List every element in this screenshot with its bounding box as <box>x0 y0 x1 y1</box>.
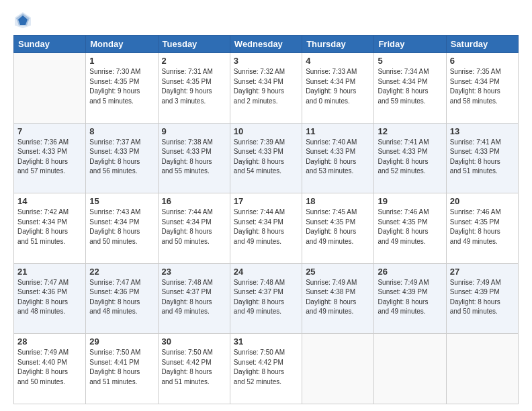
cell-date: 8 <box>89 126 154 136</box>
calendar-cell: 8Sunrise: 7:37 AMSunset: 4:33 PMDaylight… <box>86 123 158 193</box>
calendar-cell: 15Sunrise: 7:43 AMSunset: 4:34 PMDayligh… <box>86 193 158 264</box>
cell-info: Sunrise: 7:47 AMSunset: 4:36 PMDaylight:… <box>17 278 82 317</box>
calendar-cell: 14Sunrise: 7:42 AMSunset: 4:34 PMDayligh… <box>14 193 86 264</box>
calendar-week-row: 1Sunrise: 7:30 AMSunset: 4:35 PMDaylight… <box>14 53 519 124</box>
cell-date: 12 <box>378 126 442 136</box>
weekday-header: Friday <box>374 36 446 53</box>
calendar-cell: 17Sunrise: 7:44 AMSunset: 4:34 PMDayligh… <box>230 193 302 264</box>
weekday-header: Thursday <box>302 36 374 53</box>
cell-date: 16 <box>162 196 226 206</box>
cell-info: Sunrise: 7:38 AMSunset: 4:33 PMDaylight:… <box>162 138 226 177</box>
weekday-header: Sunday <box>14 36 86 53</box>
weekday-header: Monday <box>86 36 158 53</box>
calendar-cell: 22Sunrise: 7:47 AMSunset: 4:36 PMDayligh… <box>86 263 158 334</box>
calendar-cell: 24Sunrise: 7:48 AMSunset: 4:37 PMDayligh… <box>230 263 302 334</box>
cell-info: Sunrise: 7:41 AMSunset: 4:33 PMDaylight:… <box>378 138 442 177</box>
cell-date: 22 <box>89 267 154 277</box>
calendar-table: SundayMondayTuesdayWednesdayThursdayFrid… <box>13 35 519 404</box>
cell-date: 21 <box>17 267 82 277</box>
calendar-cell <box>14 53 86 124</box>
cell-info: Sunrise: 7:50 AMSunset: 4:42 PMDaylight:… <box>162 348 226 387</box>
cell-date: 26 <box>378 267 442 277</box>
cell-date: 28 <box>17 336 82 347</box>
cell-info: Sunrise: 7:48 AMSunset: 4:37 PMDaylight:… <box>162 278 226 317</box>
cell-info: Sunrise: 7:33 AMSunset: 4:34 PMDaylight:… <box>306 67 370 106</box>
cell-date: 30 <box>162 336 226 347</box>
cell-info: Sunrise: 7:49 AMSunset: 4:39 PMDaylight:… <box>450 278 515 317</box>
calendar-header-row: SundayMondayTuesdayWednesdayThursdayFrid… <box>14 36 519 53</box>
calendar-cell: 28Sunrise: 7:49 AMSunset: 4:40 PMDayligh… <box>14 334 86 404</box>
cell-date: 4 <box>306 56 370 66</box>
calendar-cell: 11Sunrise: 7:40 AMSunset: 4:33 PMDayligh… <box>302 123 374 193</box>
cell-date: 6 <box>450 56 515 66</box>
cell-date: 31 <box>234 336 298 347</box>
cell-info: Sunrise: 7:42 AMSunset: 4:34 PMDaylight:… <box>17 208 82 246</box>
cell-info: Sunrise: 7:31 AMSunset: 4:35 PMDaylight:… <box>162 67 226 106</box>
cell-date: 5 <box>378 56 442 66</box>
cell-date: 9 <box>162 126 226 136</box>
calendar-week-row: 14Sunrise: 7:42 AMSunset: 4:34 PMDayligh… <box>14 193 519 264</box>
cell-date: 24 <box>234 267 298 277</box>
calendar-cell: 12Sunrise: 7:41 AMSunset: 4:33 PMDayligh… <box>374 123 446 193</box>
cell-info: Sunrise: 7:34 AMSunset: 4:34 PMDaylight:… <box>378 67 442 106</box>
cell-date: 27 <box>450 267 515 277</box>
cell-info: Sunrise: 7:37 AMSunset: 4:33 PMDaylight:… <box>89 138 154 177</box>
weekday-header: Tuesday <box>158 36 230 53</box>
cell-date: 29 <box>89 336 154 347</box>
cell-info: Sunrise: 7:49 AMSunset: 4:38 PMDaylight:… <box>306 278 370 317</box>
cell-info: Sunrise: 7:47 AMSunset: 4:36 PMDaylight:… <box>89 278 154 317</box>
cell-date: 25 <box>306 267 370 277</box>
calendar-cell <box>446 334 518 404</box>
calendar-cell: 27Sunrise: 7:49 AMSunset: 4:39 PMDayligh… <box>446 263 518 334</box>
calendar-cell: 26Sunrise: 7:49 AMSunset: 4:39 PMDayligh… <box>374 263 446 334</box>
weekday-header: Wednesday <box>230 36 302 53</box>
calendar-week-row: 28Sunrise: 7:49 AMSunset: 4:40 PMDayligh… <box>14 334 519 404</box>
header <box>13 11 519 30</box>
cell-date: 2 <box>162 56 226 66</box>
cell-date: 15 <box>89 196 154 206</box>
calendar-cell: 10Sunrise: 7:39 AMSunset: 4:33 PMDayligh… <box>230 123 302 193</box>
calendar-cell <box>302 334 374 404</box>
calendar-cell: 13Sunrise: 7:41 AMSunset: 4:33 PMDayligh… <box>446 123 518 193</box>
cell-info: Sunrise: 7:50 AMSunset: 4:42 PMDaylight:… <box>234 348 298 387</box>
logo <box>13 11 35 30</box>
cell-date: 18 <box>306 196 370 206</box>
cell-info: Sunrise: 7:40 AMSunset: 4:33 PMDaylight:… <box>306 138 370 177</box>
cell-info: Sunrise: 7:32 AMSunset: 4:34 PMDaylight:… <box>234 67 298 106</box>
cell-date: 13 <box>450 126 515 136</box>
cell-date: 19 <box>378 196 442 206</box>
calendar-cell: 31Sunrise: 7:50 AMSunset: 4:42 PMDayligh… <box>230 334 302 404</box>
cell-info: Sunrise: 7:46 AMSunset: 4:35 PMDaylight:… <box>378 208 442 246</box>
cell-info: Sunrise: 7:49 AMSunset: 4:40 PMDaylight:… <box>17 348 82 387</box>
cell-info: Sunrise: 7:35 AMSunset: 4:34 PMDaylight:… <box>450 67 515 106</box>
calendar-cell: 23Sunrise: 7:48 AMSunset: 4:37 PMDayligh… <box>158 263 230 334</box>
calendar-cell: 7Sunrise: 7:36 AMSunset: 4:33 PMDaylight… <box>14 123 86 193</box>
calendar-cell: 4Sunrise: 7:33 AMSunset: 4:34 PMDaylight… <box>302 53 374 124</box>
cell-info: Sunrise: 7:45 AMSunset: 4:35 PMDaylight:… <box>306 208 370 246</box>
calendar-cell: 18Sunrise: 7:45 AMSunset: 4:35 PMDayligh… <box>302 193 374 264</box>
calendar-cell: 16Sunrise: 7:44 AMSunset: 4:34 PMDayligh… <box>158 193 230 264</box>
cell-date: 10 <box>234 126 298 136</box>
cell-info: Sunrise: 7:49 AMSunset: 4:39 PMDaylight:… <box>378 278 442 317</box>
logo-icon <box>13 11 32 30</box>
calendar-cell: 6Sunrise: 7:35 AMSunset: 4:34 PMDaylight… <box>446 53 518 124</box>
calendar-week-row: 21Sunrise: 7:47 AMSunset: 4:36 PMDayligh… <box>14 263 519 334</box>
cell-date: 14 <box>17 196 82 206</box>
calendar-cell: 25Sunrise: 7:49 AMSunset: 4:38 PMDayligh… <box>302 263 374 334</box>
cell-date: 20 <box>450 196 515 206</box>
calendar-cell: 9Sunrise: 7:38 AMSunset: 4:33 PMDaylight… <box>158 123 230 193</box>
calendar-cell: 5Sunrise: 7:34 AMSunset: 4:34 PMDaylight… <box>374 53 446 124</box>
cell-info: Sunrise: 7:48 AMSunset: 4:37 PMDaylight:… <box>234 278 298 317</box>
calendar-cell: 3Sunrise: 7:32 AMSunset: 4:34 PMDaylight… <box>230 53 302 124</box>
cell-info: Sunrise: 7:30 AMSunset: 4:35 PMDaylight:… <box>89 67 154 106</box>
calendar-cell: 2Sunrise: 7:31 AMSunset: 4:35 PMDaylight… <box>158 53 230 124</box>
weekday-header: Saturday <box>446 36 518 53</box>
cell-info: Sunrise: 7:36 AMSunset: 4:33 PMDaylight:… <box>17 138 82 177</box>
cell-info: Sunrise: 7:44 AMSunset: 4:34 PMDaylight:… <box>162 208 226 246</box>
calendar-cell: 29Sunrise: 7:50 AMSunset: 4:41 PMDayligh… <box>86 334 158 404</box>
cell-info: Sunrise: 7:43 AMSunset: 4:34 PMDaylight:… <box>89 208 154 246</box>
cell-info: Sunrise: 7:41 AMSunset: 4:33 PMDaylight:… <box>450 138 515 177</box>
calendar-cell: 19Sunrise: 7:46 AMSunset: 4:35 PMDayligh… <box>374 193 446 264</box>
cell-date: 11 <box>306 126 370 136</box>
cell-date: 7 <box>17 126 82 136</box>
